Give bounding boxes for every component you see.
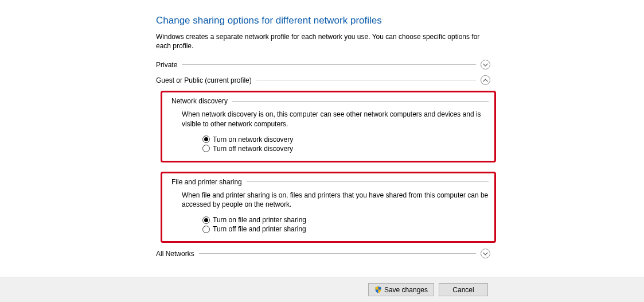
section-guest-public[interactable]: Guest or Public (current profile) [156, 75, 490, 85]
section-all-networks[interactable]: All Networks [156, 249, 490, 258]
spacer [156, 168, 490, 172]
cancel-label: Cancel [452, 286, 474, 294]
collapse-guest-public-button[interactable] [481, 75, 490, 85]
footer-bar: Save changes Cancel [0, 277, 644, 302]
file-printer-description: When file and printer sharing is on, fil… [182, 191, 489, 209]
radio-label: Turn off network discovery [213, 145, 293, 153]
file-printer-sharing-group: File and printer sharing When file and p… [161, 172, 496, 243]
section-private-label: Private [156, 61, 177, 69]
divider [256, 80, 476, 80]
radio-icon [202, 216, 210, 224]
radio-label: Turn on network discovery [213, 135, 293, 144]
expand-private-button[interactable] [481, 60, 490, 69]
expand-all-networks-button[interactable] [481, 249, 490, 258]
section-guest-public-label: Guest or Public (current profile) [156, 76, 252, 84]
radio-file-printer-on[interactable]: Turn on file and printer sharing [202, 216, 489, 224]
radio-label: Turn on file and printer sharing [213, 216, 306, 224]
section-all-networks-label: All Networks [156, 250, 194, 258]
file-printer-header: File and printer sharing [168, 178, 489, 186]
advanced-sharing-settings-page: Change sharing options for different net… [0, 0, 644, 302]
save-changes-button[interactable]: Save changes [368, 283, 434, 296]
radio-network-discovery-off[interactable]: Turn off network discovery [202, 145, 489, 153]
divider [247, 181, 489, 182]
radio-icon [202, 135, 210, 143]
chevron-down-icon [483, 252, 488, 255]
content-area: Change sharing options for different net… [156, 15, 490, 264]
radio-label: Turn off file and printer sharing [213, 225, 306, 233]
save-changes-label: Save changes [384, 286, 428, 294]
chevron-down-icon [483, 63, 488, 67]
divider [232, 101, 489, 102]
uac-shield-icon [374, 286, 382, 293]
divider [182, 64, 476, 65]
page-intro: Windows creates a separate network profi… [156, 32, 490, 51]
network-discovery-description: When network discovery is on, this compu… [182, 110, 489, 128]
network-discovery-header: Network discovery [168, 97, 489, 105]
radio-icon [202, 226, 210, 233]
section-private[interactable]: Private [156, 60, 490, 69]
file-printer-label: File and printer sharing [168, 178, 242, 186]
radio-network-discovery-on[interactable]: Turn on network discovery [202, 135, 489, 144]
radio-file-printer-off[interactable]: Turn off file and printer sharing [202, 225, 489, 233]
chevron-up-icon [483, 79, 488, 82]
network-discovery-label: Network discovery [168, 97, 228, 105]
radio-icon [202, 145, 210, 152]
network-discovery-group: Network discovery When network discovery… [161, 91, 496, 162]
cancel-button[interactable]: Cancel [439, 283, 488, 296]
divider [199, 253, 476, 254]
page-title: Change sharing options for different net… [156, 15, 490, 26]
